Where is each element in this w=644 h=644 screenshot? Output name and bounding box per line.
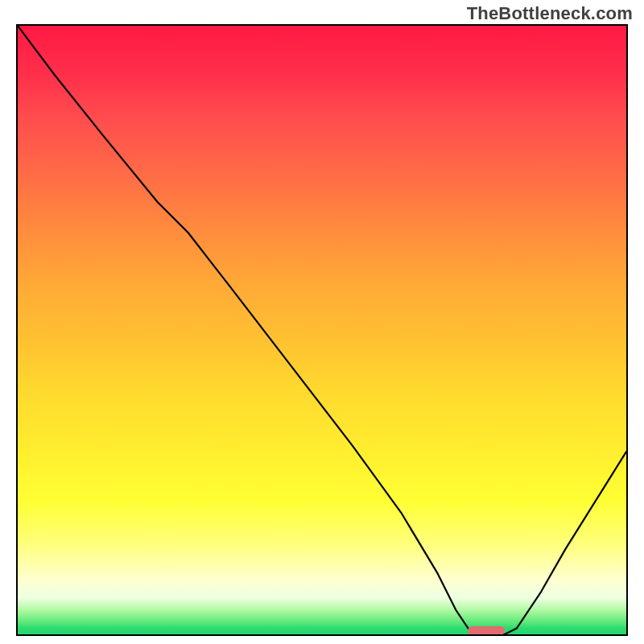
- watermark-text: TheBottleneck.com: [467, 3, 633, 24]
- plot-area: [16, 24, 628, 636]
- optimal-marker: [468, 626, 504, 634]
- curve-svg: [18, 26, 626, 634]
- chart-container: TheBottleneck.com: [0, 0, 644, 644]
- bottleneck-curve-path: [18, 26, 626, 634]
